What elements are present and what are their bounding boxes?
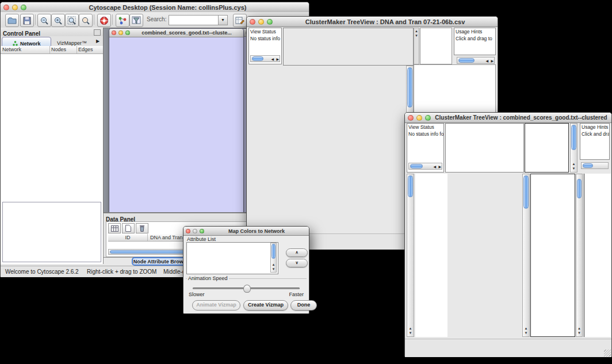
scroll-down-icon[interactable]: ▼ (523, 331, 529, 335)
scrollbar-thumb[interactable] (407, 67, 412, 108)
table-edit-icon[interactable] (233, 14, 247, 27)
scroll-up-icon[interactable]: ▲ (571, 162, 577, 166)
resize-grip[interactable] (604, 350, 611, 357)
scrollbar-thumb[interactable] (523, 175, 529, 209)
scroll-left-icon[interactable]: ◀ (485, 59, 488, 63)
tv1-cluster-strip[interactable] (248, 66, 251, 233)
scroll-down-icon[interactable]: ▼ (407, 331, 414, 335)
scrollbar-thumb[interactable] (583, 163, 593, 168)
minimize-icon[interactable] (12, 5, 18, 10)
tv2-status-hscrollbar[interactable]: ◀ ▶ (408, 163, 442, 170)
save-icon[interactable] (20, 14, 34, 27)
done-button[interactable]: Done (290, 300, 317, 311)
move-down-button[interactable]: ∨ (286, 259, 308, 267)
minimize-icon[interactable] (193, 229, 197, 233)
tv2-gene-dendrogram[interactable] (415, 174, 447, 337)
network-overview[interactable] (2, 202, 101, 262)
zoom-window-icon[interactable] (200, 229, 204, 233)
close-icon[interactable] (408, 115, 414, 121)
slider-thumb[interactable] (243, 285, 251, 293)
zoom-in-icon[interactable] (51, 14, 65, 27)
main-titlebar[interactable]: Cytoscape Desktop (Session Name: collins… (1, 2, 309, 13)
tab-overflow-icon[interactable]: ▶ (94, 37, 102, 45)
scroll-down-icon[interactable]: ▼ (271, 267, 276, 271)
create-vizmap-button[interactable]: Create Vizmap (243, 300, 288, 311)
tv2-detail-heatmap[interactable] (531, 174, 568, 338)
tv1-column-dendrogram[interactable] (283, 28, 414, 66)
tab-network[interactable]: Network (2, 37, 51, 47)
zoom-window-icon[interactable] (125, 30, 130, 35)
search-dropdown-icon[interactable]: ▼ (218, 15, 228, 25)
zoom-selected-icon[interactable] (79, 14, 93, 27)
help-icon[interactable] (97, 14, 111, 27)
tv1-status-hscrollbar[interactable]: ◀ ▶ (250, 55, 280, 62)
close-icon[interactable] (112, 30, 116, 35)
scroll-down-icon[interactable]: ▼ (576, 331, 582, 335)
close-icon[interactable] (250, 19, 255, 25)
tv2-gene-list[interactable] (584, 174, 611, 337)
scroll-up-icon[interactable]: ▲ (407, 326, 414, 331)
attribute-list[interactable] (186, 242, 278, 274)
tab-vizmapper[interactable]: VizMapper™ (51, 37, 93, 45)
tv2-left-vscrollbar[interactable]: ▲ ▼ (407, 174, 414, 337)
scroll-right-icon[interactable]: ▶ (491, 59, 494, 63)
scroll-left-icon[interactable]: ◀ (271, 57, 274, 61)
tv2-hints-hscrollbar[interactable] (581, 162, 609, 169)
zoom-out-icon[interactable] (37, 14, 51, 27)
scrollbar-thumb[interactable] (458, 58, 475, 63)
scroll-right-icon[interactable]: ▶ (276, 57, 279, 61)
tv2-column-tree-area[interactable] (445, 123, 524, 173)
col-header-nodes[interactable]: Nodes (50, 46, 77, 53)
close-icon[interactable] (186, 229, 190, 233)
minimize-icon[interactable] (258, 19, 264, 25)
treeview1-titlebar[interactable]: ClusterMaker TreeView : DNA and Tran 07-… (247, 17, 498, 27)
float-panel-icon[interactable] (94, 29, 101, 36)
minimize-icon[interactable] (416, 115, 422, 121)
scrollbar-thumb[interactable] (252, 56, 263, 61)
layout-icon[interactable] (116, 14, 129, 27)
tv2-heatmap-vscrollbar[interactable]: ▲ ▼ (522, 174, 530, 337)
zoom-fit-icon[interactable] (65, 14, 79, 27)
scroll-right-icon[interactable]: ▶ (438, 164, 441, 168)
scroll-up-icon[interactable]: ▲ (271, 262, 276, 267)
tv1-gene-dendrogram[interactable] (252, 66, 288, 233)
scrollbar-thumb[interactable] (571, 125, 576, 150)
scrollbar-thumb[interactable] (271, 244, 276, 259)
move-up-button[interactable]: ∧ (286, 248, 308, 257)
select-attributes-icon[interactable] (108, 223, 121, 233)
scrollbar-thumb[interactable] (410, 164, 423, 168)
tv1-cluster-matrix[interactable] (420, 86, 449, 113)
scrollbar-thumb[interactable] (577, 179, 582, 198)
zoom-window-icon[interactable] (267, 19, 273, 25)
tv1-mini-scrollbar[interactable]: ▲ ▼ (414, 28, 419, 64)
new-attribute-icon[interactable] (122, 223, 135, 233)
zoom-window-icon[interactable] (425, 115, 431, 121)
scroll-down-icon[interactable]: ▼ (414, 33, 419, 38)
tv2-detail-vscrollbar[interactable]: ▲ ▼ (576, 174, 583, 337)
scroll-up-icon[interactable]: ▲ (523, 326, 529, 331)
filter-icon[interactable] (129, 14, 143, 27)
tv1-heatmap[interactable] (288, 66, 406, 233)
dialog-titlebar[interactable]: Map Colors to Network (183, 227, 309, 236)
search-input[interactable]: ▼ (169, 15, 219, 25)
col-header-edges[interactable]: Edges (77, 46, 103, 53)
attribute-list-vscrollbar[interactable]: ▲ ▼ (270, 243, 277, 273)
tv1-hints-hscrollbar[interactable]: ◀ ▶ (457, 57, 495, 64)
dp-col-id[interactable]: ID (108, 234, 148, 241)
col-header-network[interactable]: Network (1, 46, 50, 53)
tv2-top-vscrollbar[interactable]: ▲ ▼ (570, 123, 577, 173)
scroll-up-icon[interactable]: ▲ (576, 326, 582, 331)
animate-vizmap-button[interactable]: Animate Vizmap (192, 300, 240, 311)
open-file-icon[interactable] (5, 14, 19, 27)
treeview2-titlebar[interactable]: ClusterMaker TreeView : combined_scores_… (405, 113, 611, 123)
network-view[interactable] (109, 37, 242, 213)
scroll-down-icon[interactable]: ▼ (571, 166, 577, 171)
minimize-icon[interactable] (118, 30, 123, 35)
tv2-heatmap[interactable] (449, 174, 521, 337)
scroll-up-icon[interactable]: ▲ (414, 29, 419, 33)
animation-speed-slider[interactable] (193, 288, 300, 289)
delete-attribute-icon[interactable] (136, 223, 148, 233)
close-icon[interactable] (3, 5, 9, 10)
zoom-window-icon[interactable] (21, 5, 26, 10)
frame1-titlebar[interactable]: combined_scores_good.txt--cluste... (109, 29, 243, 37)
